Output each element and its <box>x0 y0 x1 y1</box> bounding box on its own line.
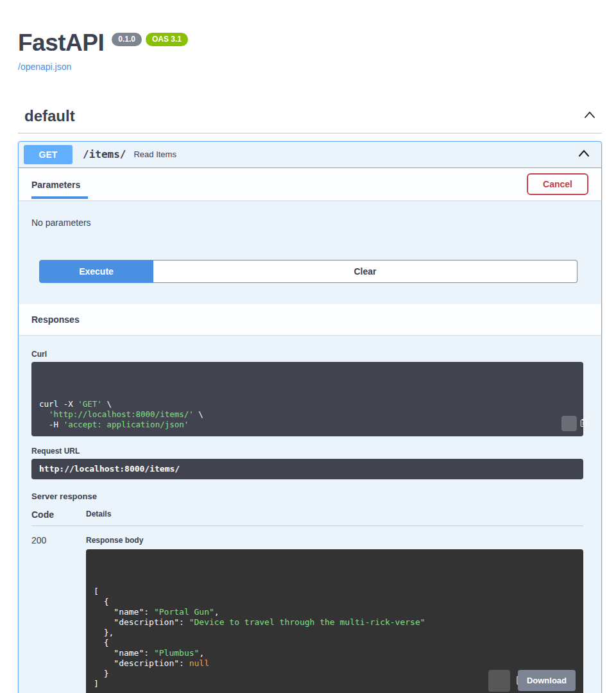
response-details-cell: Response body [ { "name": "Portal Gun", … <box>86 535 583 693</box>
opblock-summary[interactable]: GET /items/ Read Items <box>19 142 601 168</box>
copy-response-button[interactable] <box>488 670 510 692</box>
live-response-row: 200 Response body [ { "name": "Portal Gu… <box>31 526 583 693</box>
http-method-badge: GET <box>24 145 73 164</box>
curl-label: Curl <box>31 350 583 359</box>
response-body-label: Response body <box>86 536 583 545</box>
opblock-collapse-button[interactable] <box>577 148 594 160</box>
tag-section-default[interactable]: default <box>18 107 602 133</box>
tab-parameters[interactable]: Parameters <box>31 175 88 199</box>
no-parameters-text: No parameters <box>19 200 601 228</box>
download-button[interactable]: Download <box>518 670 576 691</box>
responses-heading: Responses <box>31 314 588 325</box>
parameters-section-header: Parameters Cancel <box>19 168 601 200</box>
response-table-header: Code Details <box>31 509 583 526</box>
operation-path: /items/ <box>83 148 126 160</box>
oas-badge: OAS 3.1 <box>146 33 188 46</box>
responses-section-header: Responses <box>19 304 601 335</box>
server-response-label: Server response <box>31 492 583 501</box>
clipboard-copy-icon <box>550 408 588 439</box>
clear-button[interactable]: Clear <box>153 260 578 283</box>
chevron-up-icon <box>583 110 597 122</box>
chevron-up-icon <box>577 148 591 160</box>
request-url-label: Request URL <box>31 447 583 456</box>
opblock-get-items: GET /items/ Read Items Parameters Cancel… <box>18 141 602 693</box>
api-badges: 0.1.0 OAS 3.1 <box>112 33 188 46</box>
openapi-spec-link[interactable]: /openapi.json <box>18 62 71 72</box>
page-wrapper: FastAPI 0.1.0 OAS 3.1 /openapi.json defa… <box>0 0 616 693</box>
tag-title: default <box>24 107 75 125</box>
response-body-block: [ { "name": "Portal Gun", "description":… <box>86 549 583 693</box>
execute-button[interactable]: Execute <box>39 260 153 283</box>
tag-collapse-button[interactable] <box>583 110 597 122</box>
copy-curl-button[interactable] <box>561 416 577 431</box>
api-title: FastAPI <box>18 31 104 56</box>
cancel-button[interactable]: Cancel <box>527 173 588 195</box>
details-column-header: Details <box>86 509 111 520</box>
operation-summary: Read Items <box>133 150 176 159</box>
response-body-actions: Download <box>488 670 576 692</box>
status-code: 200 <box>31 535 86 693</box>
api-info-header: FastAPI 0.1.0 OAS 3.1 <box>18 31 602 56</box>
curl-command-block: curl -X 'GET' \ 'http://localhost:8000/i… <box>31 362 583 436</box>
code-column-header: Code <box>31 509 86 520</box>
request-url-value: http://localhost:8000/items/ <box>31 459 583 479</box>
responses-content: Curl curl -X 'GET' \ 'http://localhost:8… <box>19 335 601 693</box>
version-badge: 0.1.0 <box>112 33 142 46</box>
execute-button-group: Execute Clear <box>19 228 601 304</box>
